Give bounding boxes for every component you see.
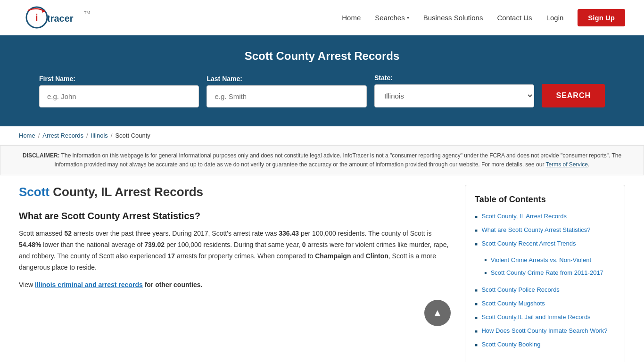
toc-link-1[interactable]: Scott County, IL Arrest Records — [481, 212, 567, 221]
nav-searches[interactable]: Searches ▾ — [375, 14, 409, 22]
signup-button[interactable]: Sign Up — [578, 9, 625, 26]
body-text-3: per 100,000 residents. The county of Sco… — [299, 230, 431, 237]
arrests-number: 52 — [65, 230, 72, 237]
article-cta-paragraph: View Illinois criminal and arrest record… — [19, 281, 451, 288]
scroll-to-top-button[interactable]: ▲ — [424, 300, 451, 326]
toc-bullet-2: ▪ — [475, 226, 478, 235]
breadcrumb-sep-1: / — [38, 132, 40, 139]
breadcrumb-arrest-records[interactable]: Arrest Records — [42, 132, 83, 139]
toc-bullet-8: ▪ — [475, 341, 478, 349]
toc-item-2: ▪ What are Scott County Arrest Statistic… — [475, 226, 615, 235]
search-form: First Name: Last Name: State: Illinois A… — [39, 74, 605, 107]
nav-searches-label: Searches — [375, 14, 405, 22]
toc-item-5: ▪ Scott County Mugshots — [475, 299, 615, 308]
state-group: State: Illinois Alabama Alaska Arizona A… — [374, 74, 534, 107]
toc-item-3: ▪ Scott County Recent Arrest Trends ▪ Vi… — [475, 239, 615, 280]
body-text-7: arrests for property crimes. When compar… — [175, 252, 315, 260]
breadcrumb-sep-2: / — [86, 132, 88, 139]
svg-text:i: i — [35, 12, 38, 23]
toc-box: Table of Contents ▪ Scott County, IL Arr… — [465, 185, 625, 362]
cta-link[interactable]: Illinois criminal and arrest records — [35, 281, 143, 288]
last-name-label: Last Name: — [206, 75, 366, 82]
property-count: 17 — [167, 252, 175, 260]
toc-item-8: ▪ Scott County Booking — [475, 340, 615, 349]
breadcrumb-sep-3: / — [111, 132, 113, 139]
arrest-rate: 336.43 — [279, 230, 299, 237]
first-name-label: First Name: — [39, 75, 199, 82]
body-text-5: per 100,000 residents. During that same … — [165, 241, 302, 248]
state-label: State: — [374, 74, 534, 82]
toc-item-1: ▪ Scott County, IL Arrest Records — [475, 212, 615, 221]
search-button[interactable]: SEARCH — [542, 84, 605, 107]
body-text-8: and — [351, 252, 365, 260]
toc-sub-bullet-2: ▪ — [484, 269, 487, 277]
toc-bullet-5: ▪ — [475, 300, 478, 308]
toc-sub-list: ▪ Violent Crime Arrests vs. Non-Violent … — [475, 256, 603, 280]
main-nav: Home Searches ▾ Business Solutions Conta… — [342, 9, 625, 26]
toc-link-4[interactable]: Scott County Police Records — [481, 286, 559, 294]
toc-sub-item-1: ▪ Violent Crime Arrests vs. Non-Violent — [484, 256, 603, 264]
cta-end: for other counties. — [143, 281, 203, 288]
toc-sub-link-2[interactable]: Scott County Crime Rate from 2011-2017 — [491, 269, 603, 277]
last-name-input[interactable] — [206, 85, 366, 107]
disclaimer-end: . — [588, 161, 589, 168]
lower-percent: 54.48% — [19, 241, 41, 248]
cta-text: View — [19, 281, 35, 288]
content-left: Scott County, IL Arrest Records What are… — [19, 185, 451, 362]
search-banner: Scott County Arrest Records First Name: … — [0, 35, 644, 126]
content-right: Table of Contents ▪ Scott County, IL Arr… — [465, 185, 625, 362]
state-select[interactable]: Illinois Alabama Alaska Arizona Arkansas… — [374, 84, 534, 107]
toc-link-3[interactable]: Scott County Recent Arrest Trends — [481, 239, 576, 248]
article-title: Scott County, IL Arrest Records — [19, 185, 451, 199]
toc-link-7[interactable]: How Does Scott County Inmate Search Work… — [481, 327, 607, 335]
breadcrumb-home[interactable]: Home — [19, 132, 35, 139]
toc-item-6: ▪ Scott County,IL Jail and Inmate Record… — [475, 313, 615, 322]
nav-business-solutions[interactable]: Business Solutions — [423, 14, 483, 22]
toc-title: Table of Contents — [475, 195, 615, 205]
toc-item-7: ▪ How Does Scott County Inmate Search Wo… — [475, 327, 615, 336]
toc-list: ▪ Scott County, IL Arrest Records ▪ What… — [475, 212, 615, 349]
toc-link-5[interactable]: Scott County Mugshots — [481, 299, 545, 308]
article-title-highlight: Scott — [19, 185, 50, 199]
last-name-group: Last Name: — [206, 75, 366, 107]
city-1: Champaign — [315, 252, 351, 260]
toc-item-4: ▪ Scott County Police Records — [475, 286, 615, 295]
toc-link-2[interactable]: What are Scott County Arrest Statistics? — [481, 226, 590, 234]
toc-bullet-1: ▪ — [475, 213, 478, 221]
breadcrumb-illinois[interactable]: Illinois — [91, 132, 108, 139]
site-header: i tracer TM Home Searches ▾ Business Sol… — [0, 0, 644, 35]
city-2: Clinton — [366, 252, 388, 260]
nav-home[interactable]: Home — [342, 14, 361, 22]
chevron-down-icon: ▾ — [407, 15, 409, 20]
toc-sub-bullet-1: ▪ — [484, 256, 487, 264]
scroll-area: ▲ — [19, 298, 451, 326]
article-title-rest: County, IL Arrest Records — [50, 185, 203, 199]
toc-link-6[interactable]: Scott County,IL Jail and Inmate Records — [481, 313, 590, 321]
breadcrumb: Home / Arrest Records / Illinois / Scott… — [0, 126, 644, 145]
toc-bullet-6: ▪ — [475, 313, 478, 322]
nav-contact-us[interactable]: Contact Us — [497, 14, 532, 22]
body-text-4: lower than the national average of — [41, 241, 144, 248]
page-title: Scott County Arrest Records — [19, 49, 625, 63]
main-content: Scott County, IL Arrest Records What are… — [0, 175, 644, 362]
article-body-paragraph: Scott amassed 52 arrests over the past t… — [19, 228, 451, 273]
svg-text:tracer: tracer — [47, 13, 74, 24]
body-text-1: Scott amassed — [19, 230, 65, 237]
first-name-group: First Name: — [39, 75, 199, 107]
violent-count: 0 — [302, 241, 306, 248]
disclaimer-box: DISCLAIMER: The information on this webp… — [0, 145, 644, 175]
svg-text:TM: TM — [84, 10, 90, 15]
toc-link-8[interactable]: Scott County Booking — [481, 340, 540, 349]
toc-bullet-3: ▪ — [475, 240, 478, 248]
first-name-input[interactable] — [39, 85, 199, 107]
national-avg: 739.02 — [144, 241, 165, 248]
toc-sub-link-1[interactable]: Violent Crime Arrests vs. Non-Violent — [491, 256, 591, 264]
login-button[interactable]: Login — [546, 14, 564, 22]
breadcrumb-current: Scott County — [115, 132, 150, 139]
body-text-2: arrests over the past three years. Durin… — [72, 230, 279, 237]
logo[interactable]: i tracer TM — [19, 5, 94, 30]
disclaimer-text: The information on this webpage is for g… — [55, 152, 621, 168]
logo-svg: i tracer TM — [19, 5, 94, 30]
terms-link[interactable]: Terms of Service — [546, 161, 588, 168]
article-section-title: What are Scott County Arrest Statistics? — [19, 211, 451, 222]
